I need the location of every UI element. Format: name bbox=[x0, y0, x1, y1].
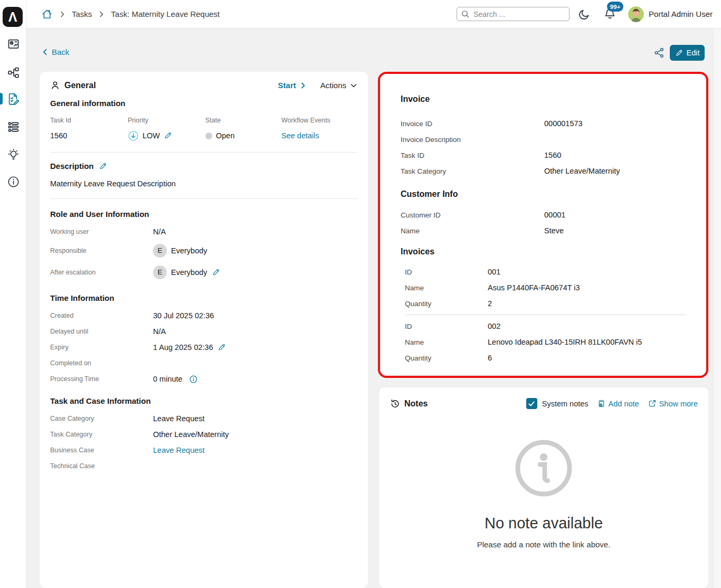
customer-id-row: Customer ID 00001 bbox=[401, 207, 686, 223]
add-note-label: Add note bbox=[609, 400, 639, 408]
field-value: 000001573 bbox=[544, 119, 583, 128]
field-row-task-category: Task Category Other Leave/Maternity bbox=[50, 426, 357, 442]
invoice-item: ID002 NameLenovo Ideapad L340-15IRH 81LK… bbox=[405, 318, 686, 366]
pencil-icon bbox=[212, 268, 220, 277]
global-search bbox=[457, 7, 570, 21]
field-value: 0 minute bbox=[153, 375, 183, 383]
field-label: Quantity bbox=[405, 300, 488, 308]
general-card-header: General Start Actions bbox=[50, 72, 357, 90]
field-value: 2 bbox=[488, 299, 492, 308]
priority-value: LOW bbox=[143, 131, 160, 140]
show-more-link[interactable]: Show more bbox=[648, 399, 698, 408]
search-icon bbox=[461, 10, 470, 18]
pencil-icon bbox=[99, 162, 107, 170]
section-description: Description bbox=[50, 162, 357, 170]
general-info-grid: Task Id 1560 Priority LOW bbox=[50, 117, 357, 141]
field-row-delayed-until: Delayed until N/A bbox=[50, 324, 357, 339]
share-button[interactable] bbox=[653, 47, 665, 59]
field-label: Task Category bbox=[50, 431, 153, 438]
system-notes-checkbox[interactable] bbox=[526, 398, 537, 409]
edit-escalation-button[interactable] bbox=[212, 268, 220, 277]
user-menu[interactable]: Portal Admin User bbox=[649, 10, 713, 18]
description-heading: Description bbox=[50, 162, 94, 170]
notes-card: Notes System notes Add note Show more bbox=[379, 387, 708, 588]
info-icon[interactable] bbox=[189, 375, 198, 384]
edit-label: Edit bbox=[687, 49, 700, 57]
sidebar-item-processes[interactable] bbox=[0, 62, 26, 82]
field-label: Business Case bbox=[50, 447, 153, 454]
field-label: Created bbox=[50, 312, 153, 319]
edit-expiry-button[interactable] bbox=[217, 343, 226, 352]
field-label: After escalation bbox=[50, 269, 153, 276]
notification-badge: 99+ bbox=[607, 2, 623, 12]
invoices-heading: Invoices bbox=[401, 247, 686, 257]
role-avatar: E bbox=[153, 265, 167, 279]
sidebar-item-ideas[interactable] bbox=[0, 144, 26, 164]
field-value: 6 bbox=[488, 354, 492, 362]
field-label: Case Category bbox=[50, 415, 153, 422]
task-id-value: 1560 bbox=[50, 130, 128, 141]
field-row-working-user: Working user N/A bbox=[50, 224, 357, 240]
field-label: ID bbox=[405, 268, 488, 276]
dark-mode-toggle[interactable] bbox=[578, 8, 591, 21]
field-value: Lenovo Ideapad L340-15IRH 81LK00FAVN i5 bbox=[488, 338, 642, 346]
card-title: General bbox=[64, 81, 96, 90]
note-add-icon bbox=[597, 399, 606, 408]
state-open-dot-icon bbox=[205, 132, 212, 139]
actions-menu-button[interactable]: Actions bbox=[320, 81, 357, 90]
search-input[interactable] bbox=[457, 7, 570, 21]
section-general-information: General information bbox=[50, 99, 357, 108]
edit-description-button[interactable] bbox=[99, 162, 107, 170]
field-label: Quantity bbox=[405, 354, 488, 362]
sidebar-item-tasks[interactable] bbox=[0, 89, 26, 109]
chevron-right-icon bbox=[299, 82, 307, 89]
sidebar-item-info[interactable] bbox=[0, 172, 26, 192]
invoice-id-row: Invoice ID 000001573 bbox=[401, 116, 686, 131]
field-label: Invoice Description bbox=[401, 136, 544, 144]
invoice-description-row: Invoice Description bbox=[401, 131, 686, 147]
sidebar-item-dashboard[interactable] bbox=[0, 34, 26, 54]
scrollbar-track[interactable] bbox=[714, 29, 721, 588]
user-avatar[interactable] bbox=[628, 6, 644, 22]
field-value: Asus P1440FA-FA0674T i3 bbox=[488, 283, 580, 292]
info-circle-large-icon bbox=[514, 439, 573, 498]
cases-icon bbox=[7, 120, 20, 134]
business-case-link[interactable]: Leave Request bbox=[153, 446, 205, 454]
field-row-responsible: Responsible E Everybody bbox=[50, 240, 357, 261]
sidebar-item-cases[interactable] bbox=[0, 117, 26, 137]
edit-button[interactable]: Edit bbox=[670, 45, 705, 61]
back-label: Back bbox=[52, 48, 69, 56]
tasks-icon bbox=[6, 92, 20, 106]
edit-priority-button[interactable] bbox=[164, 131, 172, 140]
field-row-processing-time: Processing Time 0 minute bbox=[50, 371, 357, 387]
chevron-left-icon bbox=[41, 48, 49, 56]
breadcrumb-tasks[interactable]: Tasks bbox=[72, 10, 92, 18]
processes-icon bbox=[7, 66, 20, 79]
field-label: Customer ID bbox=[401, 211, 544, 219]
home-icon[interactable] bbox=[41, 8, 53, 20]
field-row-completed-on: Completed on bbox=[50, 355, 357, 371]
add-note-link[interactable]: Add note bbox=[597, 399, 639, 408]
start-label: Start bbox=[278, 81, 296, 90]
field-label: Task Category bbox=[401, 167, 544, 175]
section-role-user: Role and User Information bbox=[50, 210, 357, 219]
priority-label: Priority bbox=[128, 117, 205, 124]
field-label: Name bbox=[401, 227, 544, 235]
general-card: General Start Actions General informatio… bbox=[40, 72, 368, 588]
app-logo[interactable]: Λ bbox=[3, 7, 23, 27]
back-button[interactable]: Back bbox=[41, 48, 69, 56]
start-task-button[interactable]: Start bbox=[278, 81, 307, 90]
field-label: Processing Time bbox=[50, 375, 153, 383]
sidebar: Λ bbox=[0, 0, 26, 588]
see-details-link[interactable]: See details bbox=[281, 131, 319, 140]
notifications-button[interactable]: 99+ bbox=[603, 7, 616, 21]
show-more-label: Show more bbox=[659, 400, 698, 408]
field-value: Other Leave/Maternity bbox=[153, 430, 229, 439]
notes-title: Notes bbox=[404, 399, 428, 409]
field-value: Leave Request bbox=[153, 414, 205, 423]
system-notes-label: System notes bbox=[542, 400, 589, 408]
person-icon bbox=[50, 80, 60, 90]
field-value: 002 bbox=[488, 322, 500, 330]
divider bbox=[50, 152, 357, 153]
field-value: 001 bbox=[488, 268, 500, 276]
